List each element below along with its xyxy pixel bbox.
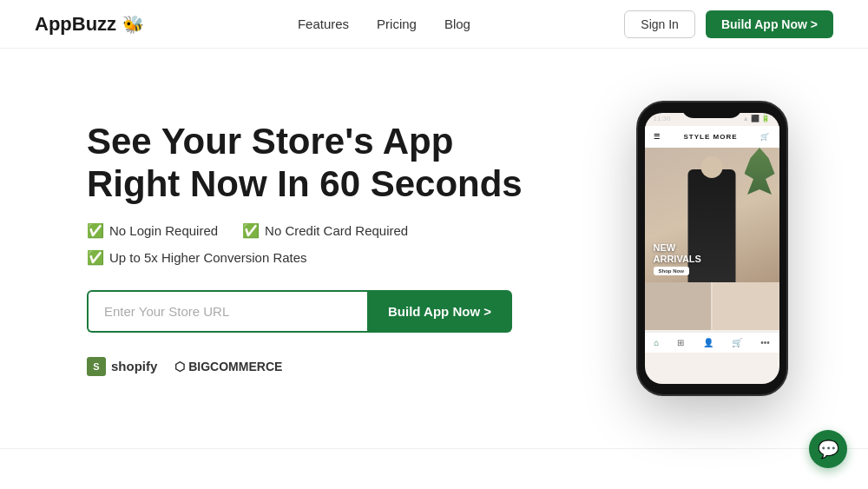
phone-app-header: ☰ STYLE MORE 🛒 xyxy=(645,126,779,148)
signin-button[interactable]: Sign In xyxy=(624,10,695,38)
phone-nav-more-icon: ••• xyxy=(760,338,770,347)
shopify-bag-icon: S xyxy=(87,357,106,376)
hero-benefits: ✅ No Login Required ✅ No Credit Card Req… xyxy=(87,222,538,266)
phone-screen: 11:30 ▲ ⬛ 🔋 ☰ STYLE MORE 🛒 xyxy=(645,113,779,384)
benefit-text-3: Up to 5x Higher Conversion Rates xyxy=(109,250,307,265)
build-app-hero-button[interactable]: Build App Now > xyxy=(367,290,512,333)
phone-overlay-text: NEWARRIVALS xyxy=(654,242,701,265)
nav-blog-link[interactable]: Blog xyxy=(444,17,470,31)
nav-pricing-link[interactable]: Pricing xyxy=(377,17,417,31)
navbar: AppBuzz 🐝 Features Pricing Blog Sign In … xyxy=(0,0,868,49)
phone-bottom-nav: ⌂ ⊞ 👤 🛒 ••• xyxy=(645,332,779,353)
check-icon-2: ✅ xyxy=(242,222,260,239)
model-head xyxy=(701,156,723,178)
phone-notch xyxy=(681,102,742,118)
hero-content: See Your Store's App Right Now In 60 Sec… xyxy=(87,121,538,376)
bigcommerce-label: ⬡ BIGCOMMERCE xyxy=(174,360,282,373)
hero-title-line2: Right Now In 60 Seconds xyxy=(87,163,523,204)
phone-signal-icons: ▲ ⬛ 🔋 xyxy=(742,115,770,122)
phone-nav-home-icon: ⌂ xyxy=(654,338,659,347)
benefit-conversion: ✅ Up to 5x Higher Conversion Rates xyxy=(87,249,538,266)
phone-mockup: 11:30 ▲ ⬛ 🔋 ☰ STYLE MORE 🛒 xyxy=(625,101,799,396)
phone-nav-cart-icon: 🛒 xyxy=(732,338,742,347)
hero-title-line1: See Your Store's App xyxy=(87,121,453,162)
model-figure xyxy=(688,169,736,282)
hero-form: Build App Now > xyxy=(87,290,512,333)
nav-links: Features Pricing Blog xyxy=(298,17,470,31)
shopify-label: shopify xyxy=(111,359,157,373)
phone-nav-grid-icon: ⊞ xyxy=(677,338,684,347)
benefit-no-credit-card: ✅ No Credit Card Required xyxy=(242,222,408,239)
check-icon-1: ✅ xyxy=(87,222,104,239)
bottom-section: More Than 70% of Your Traffic Is Coming … xyxy=(0,448,868,489)
build-app-nav-button[interactable]: Build App Now > xyxy=(706,10,833,38)
nav-actions: Sign In Build App Now > xyxy=(624,10,833,38)
phone-store-name: STYLE MORE xyxy=(683,133,737,141)
chat-icon: 💬 xyxy=(818,439,839,459)
phone-hero-image: NEWARRIVALS Shop Now xyxy=(645,148,779,282)
phone-cart-icon: 🛒 xyxy=(760,133,770,141)
shopify-logo: S shopify xyxy=(87,357,157,376)
phone-time: 11:30 xyxy=(654,115,671,122)
check-icon-3: ✅ xyxy=(87,249,104,266)
store-url-input[interactable] xyxy=(87,290,367,333)
logo-text: AppBuzz xyxy=(35,13,116,35)
benefit-text-2: No Credit Card Required xyxy=(265,223,408,238)
phone-product-row xyxy=(645,282,779,330)
logo: AppBuzz 🐝 xyxy=(35,13,144,36)
hero-section: See Your Store's App Right Now In 60 Sec… xyxy=(0,49,868,448)
benefit-text-1: No Login Required xyxy=(109,223,218,238)
hero-benefits-row1: ✅ No Login Required ✅ No Credit Card Req… xyxy=(87,222,538,244)
benefit-no-login: ✅ No Login Required xyxy=(87,222,218,239)
phone-frame: 11:30 ▲ ⬛ 🔋 ☰ STYLE MORE 🛒 xyxy=(636,101,788,396)
nav-features-link[interactable]: Features xyxy=(298,17,349,31)
phone-menu-icon: ☰ xyxy=(654,133,661,141)
phone-shop-button: Shop Now xyxy=(654,267,689,275)
hero-title: See Your Store's App Right Now In 60 Sec… xyxy=(87,121,538,205)
bigcommerce-logo: ⬡ BIGCOMMERCE xyxy=(174,360,282,373)
phone-nav-user-icon: 👤 xyxy=(703,338,713,347)
chat-button[interactable]: 💬 xyxy=(809,430,847,468)
platform-logos: S shopify ⬡ BIGCOMMERCE xyxy=(87,357,538,376)
logo-bee-icon: 🐝 xyxy=(122,15,144,34)
